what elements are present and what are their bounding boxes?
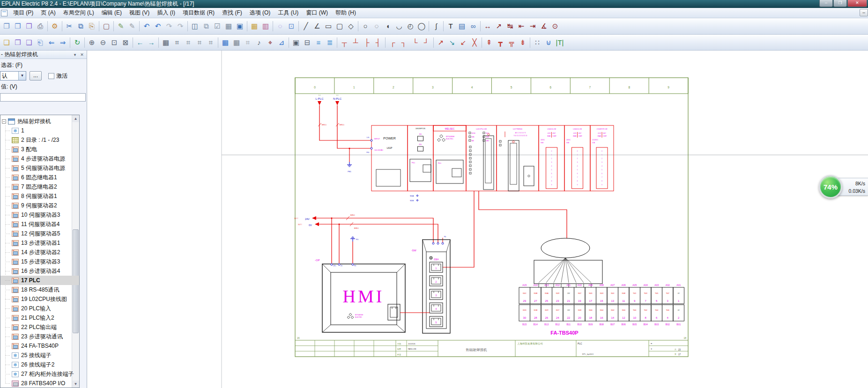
dim-increment-icon[interactable]: ⇥ bbox=[527, 20, 538, 32]
dim-baseline-icon[interactable]: ⇤ bbox=[516, 20, 527, 32]
text-tool-icon[interactable]: T bbox=[445, 20, 456, 32]
refresh-icon[interactable]: ↻ bbox=[72, 37, 83, 49]
graphic-macro-icon[interactable]: ⊿ bbox=[276, 37, 287, 49]
snap-off-icon[interactable]: ⌗ bbox=[242, 37, 253, 49]
grid-on-icon[interactable]: ▦ bbox=[220, 37, 231, 49]
dots-icon[interactable]: ∷ bbox=[532, 37, 543, 49]
page-tree-item[interactable]: 13 步进驱动器1 bbox=[0, 238, 79, 248]
value-field[interactable] bbox=[0, 93, 86, 102]
page-tree-item[interactable]: 19 L02CPU接线图 bbox=[0, 294, 79, 304]
page-open-icon[interactable]: ❒ bbox=[12, 20, 23, 32]
wire-diag3-icon[interactable]: ↙ bbox=[458, 37, 469, 49]
line-tool-icon[interactable]: ╱ bbox=[300, 20, 312, 32]
conn-corner2-icon[interactable]: ┐ bbox=[398, 37, 409, 49]
layout-panels-icon[interactable]: ◫ bbox=[189, 20, 200, 32]
page-tree-item[interactable]: 4 步进驱动器电源 bbox=[0, 154, 79, 163]
device-monitor-icon[interactable]: ▣ bbox=[290, 37, 302, 49]
panel-header[interactable]: - 热辐射焊接机 ▾ ✕ bbox=[0, 51, 87, 59]
page-tree-item[interactable]: ❄26 接线端子2 bbox=[0, 360, 79, 369]
page-tree-item[interactable]: 16 步进驱动器4 bbox=[0, 266, 79, 276]
grid-d-icon[interactable]: ⌗ bbox=[194, 37, 205, 49]
conn-tee-down-icon[interactable]: ┬ bbox=[339, 37, 350, 49]
zoom-in-icon[interactable]: ⊕ bbox=[86, 37, 97, 49]
conn-tee-left-icon[interactable]: ┤ bbox=[372, 37, 384, 49]
circle-dashed-tool-icon[interactable]: ◌ bbox=[371, 20, 382, 32]
menu-w[interactable]: 窗口 (W) bbox=[302, 7, 332, 18]
page-properties-icon[interactable]: ❑ bbox=[23, 37, 35, 49]
combo-arrow-icon[interactable]: ▼ bbox=[18, 72, 26, 80]
page-tree-item[interactable]: 3 配电 bbox=[0, 145, 79, 154]
menu-l[interactable]: 布局空间 (L) bbox=[59, 7, 98, 18]
page-tree-item[interactable]: ❄25 接线端子 bbox=[0, 351, 79, 360]
tree-root-project[interactable]: −热辐射焊接机 bbox=[0, 117, 79, 126]
page-tree-item[interactable]: 21 PLC输入2 bbox=[0, 313, 79, 322]
mdi-document-icon[interactable] bbox=[1, 10, 7, 16]
redo-icon[interactable]: ↷ bbox=[163, 20, 175, 32]
snap-grid-icon[interactable]: ▦ bbox=[231, 37, 242, 49]
tree-expander-icon[interactable]: − bbox=[2, 119, 6, 124]
nav-back-icon[interactable]: ← bbox=[134, 37, 146, 49]
wire-diag1-icon[interactable]: ↗ bbox=[435, 37, 446, 49]
page-tree-item[interactable]: 17 PLC bbox=[0, 276, 79, 285]
rectangle2-tool-icon[interactable]: ▢ bbox=[334, 20, 345, 32]
page-tree-item[interactable]: 8 伺服驱动器1 bbox=[0, 191, 79, 201]
grid-c-icon[interactable]: ⌗ bbox=[183, 37, 194, 49]
page-new-icon[interactable]: ❐ bbox=[1, 20, 12, 32]
angle-tool-icon[interactable]: ∠ bbox=[312, 20, 323, 32]
device-group-icon[interactable]: ◌ bbox=[274, 20, 286, 32]
menu-i[interactable]: 插入 (I) bbox=[153, 7, 179, 18]
activate-checkbox[interactable] bbox=[48, 73, 54, 79]
list-icon[interactable]: ≡ bbox=[313, 37, 324, 49]
page-new2-icon[interactable]: ❏ bbox=[1, 37, 12, 49]
grid-e-icon[interactable]: ⌗ bbox=[205, 37, 216, 49]
image-tool-icon[interactable]: ▤ bbox=[456, 20, 467, 32]
page-doc-icon[interactable]: ⎗ bbox=[35, 37, 46, 49]
insert-center-icon[interactable]: ⌖ bbox=[265, 37, 276, 49]
page-tree-item[interactable]: 18 RS-485通讯 bbox=[0, 285, 79, 294]
spline-tool-icon[interactable]: ∫ bbox=[430, 20, 442, 32]
zoom-out-icon[interactable]: ⊖ bbox=[97, 37, 109, 49]
settings-wrench-icon[interactable]: ⚙ bbox=[49, 20, 60, 32]
filter-combo[interactable]: 认 ▼ bbox=[0, 71, 26, 81]
conn-corner1-icon[interactable]: ┌ bbox=[387, 37, 398, 49]
dim-angle-icon[interactable]: ∡ bbox=[538, 20, 549, 32]
menu-r[interactable]: 项目数据 (R) bbox=[179, 7, 218, 18]
page-tree-item[interactable]: ❄27 柜内柜外连接端子 bbox=[0, 369, 79, 379]
table-clock-icon[interactable]: ▥ bbox=[260, 20, 271, 32]
menu-e[interactable]: 编辑 (E) bbox=[98, 7, 126, 18]
schematic-canvas[interactable]: 01234567891618日期2013/1/6绘图FANG.JXB检查热辐射焊… bbox=[88, 51, 868, 388]
dim-linear-icon[interactable]: ↔ bbox=[482, 20, 493, 32]
conn-corner3-icon[interactable]: └ bbox=[409, 37, 421, 49]
copy-icon[interactable]: ⧉ bbox=[75, 20, 86, 32]
filter-browse-button[interactable]: ... bbox=[30, 71, 42, 81]
page-copy-icon[interactable]: ❐ bbox=[12, 37, 23, 49]
page-tree-item[interactable]: 22 PLC输出端 bbox=[0, 322, 79, 332]
page-tree-item[interactable]: 15 步进驱动器3 bbox=[0, 257, 79, 266]
page-tree-item[interactable]: 7 固态继电器2 bbox=[0, 182, 79, 191]
project-open-icon[interactable]: ❒ bbox=[23, 20, 35, 32]
maximize-button[interactable]: ❐ bbox=[833, 0, 847, 7]
layout-overlap-icon[interactable]: ⧉ bbox=[200, 20, 212, 32]
panel-close-icon[interactable]: ✕ bbox=[79, 51, 85, 58]
cut-icon[interactable]: ✂ bbox=[64, 20, 75, 32]
arc-tool-icon[interactable]: ◖ bbox=[382, 20, 393, 32]
jump-up-icon[interactable]: ⇞ bbox=[483, 37, 495, 49]
device-panel-icon[interactable]: ⊟ bbox=[302, 37, 313, 49]
title-bar[interactable]: EPLAN Electric P8 2.4 - E:\EPLAN\项目\Comp… bbox=[0, 0, 868, 8]
page-tree-item[interactable]: 10 伺服驱动器3 bbox=[0, 210, 79, 220]
wire-diag2-icon[interactable]: ↘ bbox=[446, 37, 458, 49]
ellipse-tool-icon[interactable]: ◯ bbox=[416, 20, 427, 32]
conn-tee-up-icon[interactable]: ┴ bbox=[350, 37, 361, 49]
dim-radius-icon[interactable]: ⊙ bbox=[549, 20, 561, 32]
page-tree-item[interactable]: 11 伺服驱动器4 bbox=[0, 220, 79, 229]
jump-tee-icon[interactable]: ┳ bbox=[495, 37, 506, 49]
page-tree-item[interactable]: ❄1 bbox=[0, 126, 79, 135]
dim-chain-icon[interactable]: ↹ bbox=[504, 20, 516, 32]
page-tree-item[interactable]: 9 伺服驱动器2 bbox=[0, 201, 79, 210]
select-marquee-icon[interactable]: ▢ bbox=[101, 20, 112, 32]
grid-b-icon[interactable]: ⌗ bbox=[171, 37, 183, 49]
paste-icon[interactable]: ⎘ bbox=[86, 20, 97, 32]
format-brush2-icon[interactable]: ✎ bbox=[126, 20, 138, 32]
list2-icon[interactable]: ≣ bbox=[324, 37, 335, 49]
menu-v[interactable]: 视图 (V) bbox=[126, 7, 153, 18]
